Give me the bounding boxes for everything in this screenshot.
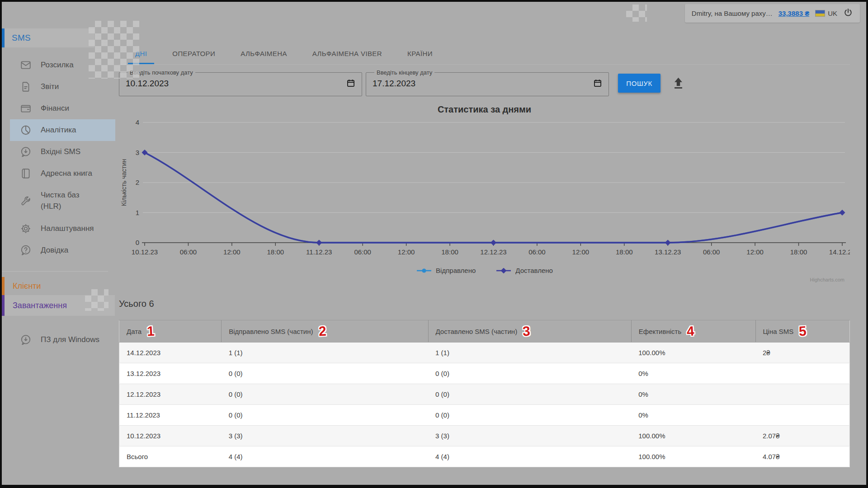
table-cell: 4 (4) xyxy=(428,446,631,467)
tab-operatory[interactable]: ОПЕРАТОРИ xyxy=(165,43,222,64)
search-button[interactable]: ПОШУК xyxy=(618,74,660,93)
svg-text:11.12.23: 11.12.23 xyxy=(306,248,332,256)
svg-text:06:00: 06:00 xyxy=(703,248,720,256)
sidebar-section-clients-label: Клієнти xyxy=(13,282,41,291)
sidebar-section-clients[interactable]: Клієнти xyxy=(2,277,115,295)
table-cell xyxy=(755,384,850,405)
upload-icon xyxy=(672,84,684,91)
annotation-number-3: 3 xyxy=(522,324,530,338)
column-header-2: Відправлено SMS (частин) 2 xyxy=(222,320,428,343)
main-content: ДНІ ОПЕРАТОРИ АЛЬФАІМЕНА АЛЬФАІМЕНА VIBE… xyxy=(119,26,850,467)
tab-alfaimena[interactable]: АЛЬФАІМЕНА xyxy=(233,43,294,64)
table-cell: 1 (1) xyxy=(222,343,428,363)
sidebar-item-vhidni-sms[interactable]: Вхідні SMS xyxy=(10,141,115,163)
annotation-number-4: 4 xyxy=(686,324,694,338)
gear-icon xyxy=(20,223,32,235)
tab-bar: ДНІ ОПЕРАТОРИ АЛЬФАІМЕНА АЛЬФАІМЕНА VIBE… xyxy=(119,43,850,65)
start-date-input[interactable]: Введіть початкову дату 10.12.2023 xyxy=(119,69,362,96)
sidebar-item-adresna-knyha[interactable]: Адресна книга xyxy=(10,163,115,184)
start-date-label: Введіть початкову дату xyxy=(127,69,195,76)
envelope-icon xyxy=(20,59,32,71)
sidebar-item-pz-dlia-windows[interactable]: ПЗ для Windows xyxy=(10,323,115,357)
pie-chart-icon xyxy=(20,124,32,136)
tab-dni[interactable]: ДНІ xyxy=(128,43,154,64)
table-cell: 2.07₴ xyxy=(755,426,850,446)
legend-item-Відправлено[interactable]: Відправлено xyxy=(416,267,476,274)
table-cell: 11.12.2023 xyxy=(119,405,222,426)
table-row: 13.12.20230 (0)0 (0)0% xyxy=(119,363,850,384)
tab-alfaimena-viber[interactable]: АЛЬФАІМЕНА VIBER xyxy=(305,43,389,64)
address-book-icon xyxy=(20,168,32,179)
table-cell: 1 (1) xyxy=(428,343,631,363)
sidebar-item-rozsylka[interactable]: Розсилка xyxy=(10,54,115,76)
table-cell: 0 (0) xyxy=(222,363,428,384)
start-date-calendar-button[interactable] xyxy=(346,79,355,89)
table-cell: 10.12.2023 xyxy=(119,426,222,446)
ukraine-flag-icon xyxy=(815,10,825,17)
statistics-table: Дата 1 Відправлено SMS (частин) 2 Достав… xyxy=(119,320,850,467)
sidebar-item-chystka-baz-hlr[interactable]: Чистка баз (HLR) xyxy=(10,184,115,218)
end-date-input[interactable]: Введіть кінцеву дату 17.12.2023 xyxy=(366,69,609,96)
end-date-calendar-button[interactable] xyxy=(593,79,602,89)
svg-text:14.12.23: 14.12.23 xyxy=(829,248,850,256)
svg-text:3: 3 xyxy=(136,149,139,156)
legend-label: Відправлено xyxy=(436,267,476,274)
sidebar-item-label: Чистка баз (HLR) xyxy=(41,190,100,212)
export-button[interactable] xyxy=(672,76,684,91)
wrench-icon xyxy=(20,195,32,207)
legend-item-Доставлено[interactable]: Доставлено xyxy=(495,267,553,274)
end-date-value: 17.12.2023 xyxy=(373,79,415,89)
table-cell: 100.00% xyxy=(631,343,755,363)
balance-link[interactable]: 33,3883 ₴ xyxy=(778,9,809,17)
svg-text:Кількість частин: Кількість частин xyxy=(120,159,127,206)
table-row: 14.12.20231 (1)1 (1)100.00%2₴ xyxy=(119,343,850,363)
svg-text:4: 4 xyxy=(136,118,139,126)
calendar-icon xyxy=(593,79,602,89)
table-cell: 2₴ xyxy=(755,343,850,363)
sidebar-item-label: Звіти xyxy=(41,81,59,93)
power-icon xyxy=(843,8,853,19)
sidebar-item-analityka[interactable]: Аналітика xyxy=(10,119,115,141)
line-chart-canvas: 01234Кількість частин10.12.2306:0012:001… xyxy=(119,103,850,283)
sidebar-section-downloads-label: Завантаження xyxy=(13,301,67,310)
sidebar-divider xyxy=(2,271,108,272)
column-header-label: Ціна SMS xyxy=(763,328,794,335)
calendar-icon xyxy=(346,79,355,89)
sidebar-item-label: Налаштування xyxy=(41,223,94,235)
sidebar-item-label: Довідка xyxy=(41,245,68,256)
sidebar-section-downloads[interactable]: Завантаження xyxy=(2,295,115,316)
column-header-4: Ефективність 4 xyxy=(631,320,755,343)
statistics-chart: Статистика за днями 01234Кількість части… xyxy=(119,103,850,283)
table-cell: 0% xyxy=(631,405,755,426)
sidebar-item-finansy[interactable]: Фінанси xyxy=(10,98,115,119)
bubble-download-icon xyxy=(20,146,32,158)
sidebar-item-label: Розсилка xyxy=(41,60,74,71)
highcharts-credit: Highcharts.com xyxy=(810,277,844,282)
user-account-box: Dmitry, на Вашому раху… 33,3883 ₴ UK xyxy=(685,4,860,23)
logout-button[interactable] xyxy=(843,8,853,19)
sidebar-item-dovidka[interactable]: Довідка xyxy=(10,239,115,261)
sidebar-item-nalashtuvannia[interactable]: Налаштування xyxy=(10,218,115,239)
column-header-3: Доставлено SMS (частин) 3 xyxy=(428,320,631,343)
table-cell: 100.00% xyxy=(631,446,755,467)
tab-krainy[interactable]: КРАЇНИ xyxy=(400,43,440,64)
table-cell: 0 (0) xyxy=(222,405,428,426)
svg-text:12:00: 12:00 xyxy=(223,248,241,256)
bubble-download-icon xyxy=(20,334,32,346)
table-cell: 0 (0) xyxy=(428,363,631,384)
table-row: Всього4 (4)4 (4)100.00%4.07₴ xyxy=(119,446,850,467)
column-header-label: Дата xyxy=(127,328,142,335)
table-cell: 100.00% xyxy=(631,426,755,446)
svg-text:10.12.23: 10.12.23 xyxy=(132,248,158,256)
sidebar-section-sms-label: SMS xyxy=(12,33,31,43)
language-selector[interactable]: UK xyxy=(815,9,837,17)
sidebar-item-zvity[interactable]: Звіти xyxy=(10,76,115,98)
svg-text:06:00: 06:00 xyxy=(354,248,371,256)
column-header-1: Дата 1 xyxy=(119,320,222,343)
svg-text:1: 1 xyxy=(136,209,139,216)
svg-text:06:00: 06:00 xyxy=(180,248,197,256)
sidebar-item-label: ПЗ для Windows xyxy=(41,334,99,346)
annotation-number-2: 2 xyxy=(318,324,326,338)
sidebar-section-sms[interactable]: SMS xyxy=(2,28,94,47)
table-cell: 3 (3) xyxy=(222,426,428,446)
